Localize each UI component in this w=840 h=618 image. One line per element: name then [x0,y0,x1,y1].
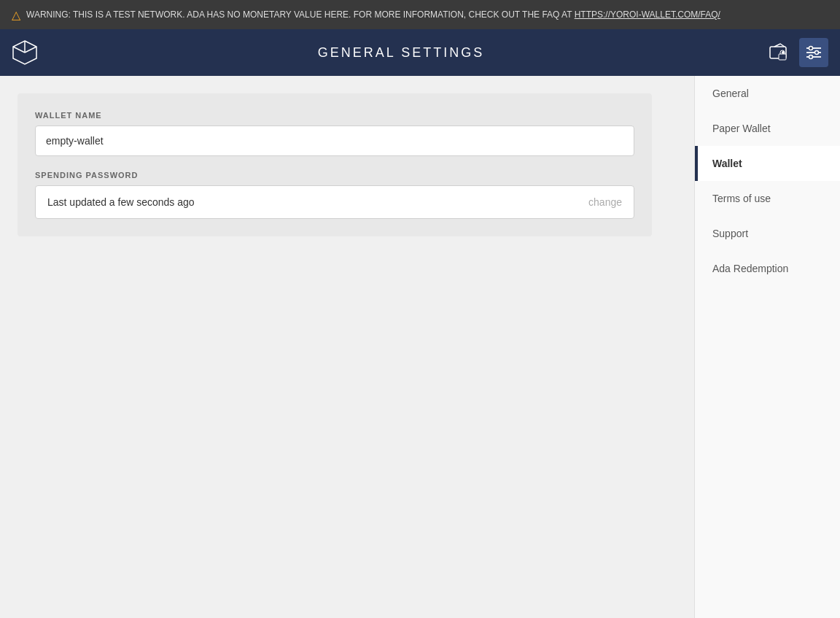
nav-logo [12,39,38,66]
sidebar-item-ada-redemption-label: Ada Redemption [712,263,788,274]
sidebar-item-support[interactable]: Support [695,216,840,251]
sidebar-item-wallet-label: Wallet [712,158,742,169]
svg-line-3 [25,47,36,53]
wallet-name-field-group: WALLET NAME [35,111,634,171]
sidebar-item-ada-redemption[interactable]: Ada Redemption [695,251,840,286]
sidebar-item-general[interactable]: General [695,76,840,111]
sidebar-item-terms-of-use-label: Terms of use [712,193,771,204]
spending-password-status: Last updated a few seconds ago [47,196,195,208]
sidebar-item-support-label: Support [712,228,748,239]
warning-link[interactable]: HTTPS://YOROI-WALLET.COM/FAQ/ [575,9,720,20]
svg-point-12 [809,55,813,59]
warning-text: WARNING: THIS IS A TEST NETWORK. ADA HAS… [26,9,720,20]
wallet-name-label: WALLET NAME [35,111,634,120]
sidebar-item-general-label: General [712,88,749,99]
sidebar-item-wallet[interactable]: Wallet [695,146,840,181]
settings-nav-icon [804,42,824,63]
sidebar-item-terms-of-use[interactable]: Terms of use [695,181,840,216]
page-title: GENERAL SETTINGS [318,45,484,61]
wallet-icon-button[interactable] [764,38,793,67]
warning-icon: △ [12,8,20,22]
svg-point-10 [809,47,813,50]
spending-password-field: Last updated a few seconds ago change [35,185,634,219]
change-password-button[interactable]: change [588,196,622,208]
yoroi-logo-icon [12,39,38,66]
content-area: WALLET NAME SPENDING PASSWORD Last updat… [0,76,694,618]
main-layout: WALLET NAME SPENDING PASSWORD Last updat… [0,76,840,618]
top-nav: GENERAL SETTINGS [0,29,840,76]
settings-icon-button[interactable] [799,38,828,67]
svg-line-2 [13,47,25,53]
svg-point-11 [815,51,819,55]
spending-password-field-group: SPENDING PASSWORD Last updated a few sec… [35,171,634,219]
sidebar-item-paper-wallet-label: Paper Wallet [712,123,771,134]
wallet-nav-icon [769,42,789,63]
settings-card: WALLET NAME SPENDING PASSWORD Last updat… [18,93,652,236]
spending-password-label: SPENDING PASSWORD [35,171,634,179]
svg-rect-6 [779,54,786,60]
settings-sidebar: General Paper Wallet Wallet Terms of use… [694,76,840,618]
warning-banner: △ WARNING: THIS IS A TEST NETWORK. ADA H… [0,0,840,29]
sidebar-item-paper-wallet[interactable]: Paper Wallet [695,111,840,146]
nav-icons [764,38,828,67]
wallet-name-input[interactable] [35,125,634,156]
